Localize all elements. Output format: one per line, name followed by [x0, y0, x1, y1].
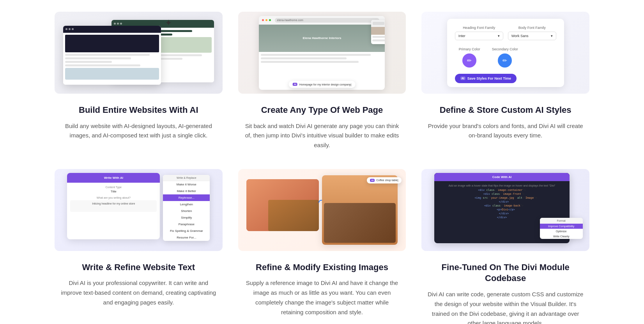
feature-title-define-styles: Define & Store Custom AI Styles	[440, 105, 571, 116]
feature-card-write-refine: Write With AI Content Type Title What ar…	[55, 169, 223, 324]
code-context-menu: Format Improve Compatibility Optimize Wr…	[540, 218, 583, 239]
browser-front	[63, 26, 161, 85]
context-menu-header: Write & Replace	[163, 175, 210, 181]
pencil-icon: ✏	[467, 57, 472, 64]
primary-color-group: Primary Color ✏	[459, 47, 480, 68]
code-panel-title: Code With AI	[434, 173, 570, 181]
primary-color-label: Primary Color	[459, 47, 480, 51]
feature-card-create-page: elena-hawthorne.com Elena Hawthorne Inte…	[238, 12, 406, 150]
menu-item-make-better[interactable]: Make it Better	[163, 188, 210, 194]
code-context-header: Format	[540, 218, 583, 224]
feature-card-build-websites: ✦ Build Entire Websites With AI Build an…	[55, 12, 223, 150]
code-menu-optimize[interactable]: Optimize	[540, 229, 583, 234]
code-line-2: <div class="image-front">	[438, 192, 566, 196]
menu-item-resume[interactable]: Resume For...	[163, 234, 210, 241]
heading-font-value: Inter	[458, 34, 465, 38]
feature-image-create-page: elena-hawthorne.com Elena Hawthorne Inte…	[238, 12, 406, 94]
code-menu-improve[interactable]: Improve Compatibility	[540, 224, 583, 229]
chevron-down-icon: ▾	[498, 34, 500, 38]
heading-font-group: Heading Font Family Inter ▾	[455, 26, 503, 40]
feature-image-build-websites: ✦	[55, 12, 223, 94]
body-font-label: Body Font Family	[508, 26, 556, 30]
code-line-5: <div class="image-back">	[438, 204, 566, 207]
menu-item-make-worse[interactable]: Make it Worse	[163, 181, 210, 188]
image-after	[322, 175, 398, 245]
code-line-6: <p>Divi</p>	[438, 208, 566, 211]
code-line-3: <img src="your-image.jpg" alt="Image">	[438, 196, 566, 199]
menu-item-lengthen[interactable]: Lengthen	[163, 201, 210, 208]
write-panel-header: Write With AI	[67, 173, 160, 183]
feature-title-build-websites: Build Entire Websites With AI	[79, 105, 198, 116]
fonts-row: Heading Font Family Inter ▾ Body Font Fa…	[455, 26, 556, 40]
save-styles-label: Save Styles For Next Time	[467, 77, 511, 80]
code-line-4: </div>	[438, 200, 566, 203]
feature-title-fine-tuned: Fine-Tuned On The Divi Module Codebase	[421, 262, 589, 284]
write-main-panel: Write With AI Content Type Title What ar…	[67, 173, 160, 239]
write-panel-title: Write With AI	[104, 176, 123, 180]
feature-card-modify-images: ↷ AI Coffee shop table| Refine & Modify …	[238, 169, 406, 324]
colors-row: Primary Color ✏ Secondary Color ✏	[455, 47, 556, 68]
secondary-color-swatch[interactable]: ✏	[498, 53, 512, 68]
content-type-value: Title	[70, 190, 157, 193]
secondary-color-group: Secondary Color ✏	[492, 47, 518, 68]
content-type-label: Content Type	[70, 186, 157, 189]
feature-image-define-styles: Heading Font Family Inter ▾ Body Font Fa…	[421, 12, 589, 94]
menu-item-simplify[interactable]: Simplify	[163, 214, 210, 221]
feature-title-write-refine: Write & Refine Website Text	[82, 262, 195, 273]
styles-panel: Heading Font Family Inter ▾ Body Font Fa…	[447, 19, 564, 87]
menu-item-rephrase[interactable]: Rephrase...	[163, 194, 210, 201]
writing-about-label: What are you writing about?	[70, 196, 157, 199]
features-grid: ✦ Build Entire Websites With AI Build an…	[0, 0, 644, 324]
feature-title-modify-images: Refine & Modify Existing Images	[256, 262, 388, 273]
pencil-icon-2: ✏	[502, 57, 507, 64]
ai-prompt-text: Homepage for my interior design company|	[299, 83, 352, 86]
feature-desc-write-refine: Divi AI is your professional copywriter.…	[60, 278, 216, 307]
browser-main: elena-hawthorne.com Elena Hawthorne Inte…	[259, 16, 385, 90]
write-panel: Write With AI Content Type Title What ar…	[67, 173, 210, 247]
image-before	[246, 179, 319, 231]
feature-image-modify-images: ↷ AI Coffee shop table|	[238, 169, 406, 251]
feature-title-create-page: Create Any Type Of Web Page	[261, 105, 383, 116]
body-font-group: Body Font Family Work Sans ▾	[508, 26, 556, 40]
feature-desc-define-styles: Provide your brand's colors and fonts, a…	[428, 121, 584, 141]
ai-prompt-text-img: Coffee shop table|	[376, 179, 398, 182]
feature-desc-build-websites: Build any website with AI-designed layou…	[60, 121, 216, 141]
feature-card-fine-tuned: Code With AI Add an image with a hover s…	[421, 169, 589, 324]
chevron-down-icon-2: ▾	[551, 34, 553, 38]
primary-color-swatch[interactable]: ✏	[462, 53, 476, 68]
feature-desc-fine-tuned: Divi AI can write code, generate custom …	[428, 290, 584, 324]
ai-badge: AI	[460, 77, 465, 80]
save-styles-button[interactable]: AI Save Styles For Next Time	[455, 74, 517, 83]
code-menu-write-cleanly[interactable]: Write Cleanly	[540, 234, 583, 239]
secondary-color-label: Secondary Color	[492, 47, 518, 51]
ai-spark-icon: ✦	[165, 18, 172, 28]
ai-badge-img: AI	[370, 179, 375, 182]
code-comment: Add an image with a hover state that fli…	[438, 184, 566, 187]
body-font-select[interactable]: Work Sans ▾	[508, 32, 556, 40]
images-panel: ↷ AI Coffee shop table|	[246, 175, 398, 245]
menu-item-fix-spelling[interactable]: Fix Spelling & Grammar	[163, 228, 210, 234]
menu-item-shorten[interactable]: Shorten	[163, 208, 210, 214]
feature-image-fine-tuned: Code With AI Add an image with a hover s…	[421, 169, 589, 251]
code-line-7: </div>	[438, 212, 566, 215]
ai-prompt-bar-images: AI Coffee shop table|	[367, 177, 402, 183]
menu-item-paraphrase[interactable]: Paraphrase	[163, 221, 210, 228]
ai-prompt-bar-create: AI Homepage for my interior design compa…	[289, 81, 356, 88]
body-font-value: Work Sans	[511, 34, 529, 38]
mock-browser-build: ✦	[63, 16, 214, 90]
code-panel: Code With AI Add an image with a hover s…	[434, 173, 577, 247]
writing-about-value[interactable]: Inticing headline for my online store	[70, 200, 157, 212]
feature-desc-create-page: Sit back and watch Divi AI generate any …	[244, 121, 400, 150]
code-line-1: <div class="image-container">	[438, 189, 566, 192]
context-menu-write: Write & Replace Make it Worse Make it Be…	[163, 175, 210, 241]
feature-desc-modify-images: Supply a reference image to Divi AI and …	[244, 278, 400, 317]
heading-font-select[interactable]: Inter ▾	[455, 32, 503, 40]
feature-card-define-styles: Heading Font Family Inter ▾ Body Font Fa…	[421, 12, 589, 150]
sidebar-panel	[371, 20, 385, 44]
feature-image-write-refine: Write With AI Content Type Title What ar…	[55, 169, 223, 251]
heading-font-label: Heading Font Family	[455, 26, 503, 30]
